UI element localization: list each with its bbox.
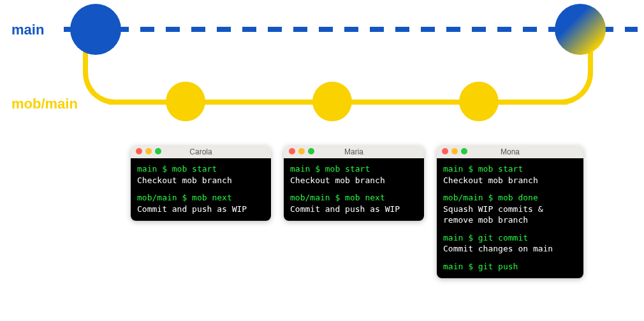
- maximize-icon[interactable]: [461, 148, 467, 154]
- close-icon[interactable]: [289, 148, 295, 154]
- terminal-command: mob/main $ mob done: [443, 192, 577, 204]
- terminal-output: Squash WIP commits & remove mob branch: [443, 204, 577, 226]
- terminal-command: mob/main $ mob next: [137, 192, 265, 204]
- close-icon[interactable]: [442, 148, 448, 154]
- branch-label-mob: mob/main: [11, 96, 78, 112]
- minimize-icon[interactable]: [145, 148, 152, 154]
- terminal-command: main $ mob start: [137, 163, 265, 175]
- commit-node-mob-3: [459, 82, 499, 121]
- main-branch-line: [64, 27, 638, 32]
- terminal-body: main $ mob start Checkout mob branch mob…: [437, 158, 583, 278]
- terminal-output: Commit changes on main: [443, 243, 577, 255]
- close-icon[interactable]: [136, 148, 142, 154]
- terminal-window: Carola main $ mob start Checkout mob bra…: [131, 146, 271, 221]
- terminal-output: Commit and push as WIP: [290, 204, 418, 215]
- terminal-command: main $ mob start: [443, 163, 577, 175]
- terminal-body: main $ mob start Checkout mob branch mob…: [131, 158, 271, 221]
- minimize-icon[interactable]: [298, 148, 305, 154]
- terminal-title: Maria: [344, 147, 363, 156]
- terminal-window: Maria main $ mob start Checkout mob bran…: [284, 146, 424, 221]
- terminal-window: Mona main $ mob start Checkout mob branc…: [437, 146, 583, 278]
- terminal-output: Checkout mob branch: [137, 175, 265, 186]
- terminal-output: Commit and push as WIP: [137, 204, 265, 215]
- terminal-titlebar: Mona: [437, 146, 583, 158]
- maximize-icon[interactable]: [308, 148, 314, 154]
- terminal-command: main $ git push: [443, 261, 577, 272]
- branch-label-main: main: [11, 22, 44, 38]
- terminal-body: main $ mob start Checkout mob branch mob…: [284, 158, 424, 221]
- terminal-title: Mona: [501, 147, 520, 156]
- terminal-output: Checkout mob branch: [290, 175, 418, 186]
- commit-node-mob-2: [312, 82, 352, 121]
- terminal-group: Carola main $ mob start Checkout mob bra…: [131, 146, 583, 278]
- terminal-titlebar: Maria: [284, 146, 424, 158]
- window-controls: [289, 148, 314, 154]
- window-controls: [442, 148, 467, 154]
- terminal-titlebar: Carola: [131, 146, 271, 158]
- commit-node-merge: [555, 4, 606, 55]
- minimize-icon[interactable]: [451, 148, 458, 154]
- terminal-command: mob/main $ mob next: [290, 192, 418, 204]
- window-controls: [136, 148, 161, 154]
- maximize-icon[interactable]: [155, 148, 161, 154]
- terminal-command: main $ mob start: [290, 163, 418, 175]
- commit-node-main-start: [70, 4, 121, 55]
- commit-node-mob-1: [166, 82, 205, 121]
- terminal-title: Carola: [189, 147, 212, 156]
- terminal-command: main $ git commit: [443, 232, 577, 244]
- terminal-output: Checkout mob branch: [443, 175, 577, 186]
